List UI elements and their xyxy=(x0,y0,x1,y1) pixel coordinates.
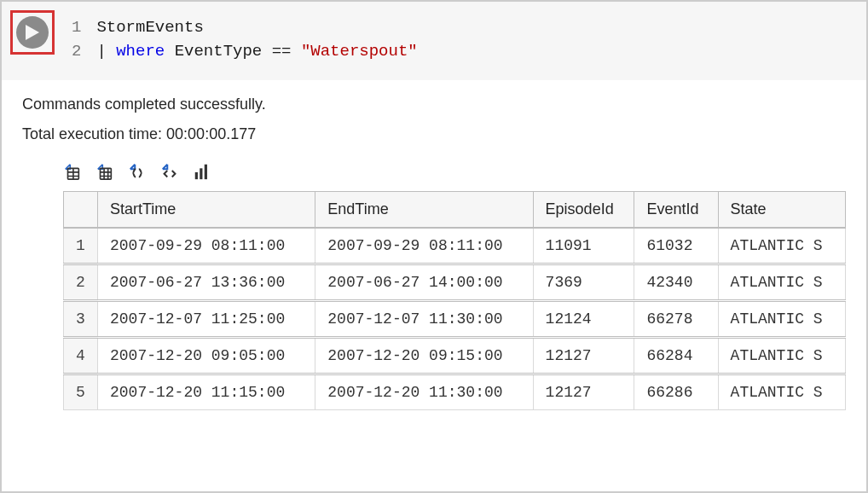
table-cell: 12124 xyxy=(533,301,634,338)
column-header[interactable]: EndTime xyxy=(315,192,533,229)
table-cell: 66284 xyxy=(634,338,718,374)
table-cell: ATLANTIC S xyxy=(718,374,845,410)
line-gutter: 1 2 xyxy=(72,15,81,63)
export-json-icon[interactable] xyxy=(128,162,147,181)
table-cell: 12127 xyxy=(533,374,634,410)
table-cell: ATLANTIC S xyxy=(718,301,845,338)
table-cell: 2007-12-20 09:05:00 xyxy=(98,338,315,374)
table-cell: 2007-12-07 11:30:00 xyxy=(315,301,533,338)
play-icon xyxy=(26,25,39,40)
status-message: Commands completed successfully. xyxy=(22,96,846,113)
results-pane: Commands completed successfully. Total e… xyxy=(2,80,866,419)
table-cell: 7369 xyxy=(533,264,634,301)
execution-time: Total execution time: 00:00:00.177 xyxy=(22,125,846,143)
chart-icon[interactable] xyxy=(193,162,211,181)
query-editor: 1 2 StormEvents | where EventType == "Wa… xyxy=(2,2,866,80)
table-cell: ATLANTIC S xyxy=(718,264,845,301)
table-row[interactable]: 52007-12-20 11:15:002007-12-20 11:30:001… xyxy=(64,374,846,410)
row-number: 2 xyxy=(64,264,98,301)
svg-rect-3 xyxy=(200,168,202,179)
code-line[interactable]: StormEvents xyxy=(96,15,417,39)
table-cell: 2007-09-29 08:11:00 xyxy=(98,228,315,264)
code-string: "Waterspout" xyxy=(301,42,418,61)
results-table: StartTime EndTime EpisodeId EventId Stat… xyxy=(63,191,846,410)
svg-rect-4 xyxy=(205,165,207,179)
run-button-highlight xyxy=(10,10,55,55)
table-cell: 66286 xyxy=(634,374,718,410)
table-cell: 42340 xyxy=(634,264,718,301)
table-cell: 2007-12-20 09:15:00 xyxy=(315,338,533,374)
code-line[interactable]: | where EventType == "Waterspout" xyxy=(96,39,417,63)
table-row[interactable]: 22007-06-27 13:36:002007-06-27 14:00:007… xyxy=(64,264,846,301)
line-number: 2 xyxy=(72,39,81,63)
line-number: 1 xyxy=(72,15,81,39)
code-keyword: where xyxy=(116,42,165,61)
rownum-header[interactable] xyxy=(64,192,98,229)
row-number: 3 xyxy=(64,301,98,338)
table-cell: 66278 xyxy=(634,301,718,338)
svg-rect-2 xyxy=(195,172,198,179)
code-area[interactable]: 1 2 StormEvents | where EventType == "Wa… xyxy=(72,10,418,63)
table-cell: 2007-06-27 14:00:00 xyxy=(315,264,533,301)
row-number: 5 xyxy=(64,374,98,410)
results-toolbar xyxy=(63,162,846,181)
row-number: 4 xyxy=(64,338,98,374)
run-button[interactable] xyxy=(16,16,49,49)
table-cell: 2007-06-27 13:36:00 xyxy=(98,264,315,301)
export-grid-icon[interactable] xyxy=(95,162,114,181)
row-number: 1 xyxy=(64,228,98,264)
code-token: StormEvents xyxy=(96,18,203,37)
table-cell: ATLANTIC S xyxy=(718,228,845,264)
table-cell: 2007-09-29 08:11:00 xyxy=(315,228,533,264)
column-header[interactable]: EpisodeId xyxy=(533,192,634,229)
table-cell: 2007-12-20 11:30:00 xyxy=(315,374,533,410)
code-lines[interactable]: StormEvents | where EventType == "Waters… xyxy=(96,15,417,63)
table-cell: ATLANTIC S xyxy=(718,338,845,374)
svg-rect-1 xyxy=(101,168,112,179)
code-token: EventType == xyxy=(165,42,301,61)
export-code-icon[interactable] xyxy=(160,162,179,181)
code-token: | xyxy=(96,42,116,61)
table-cell: 12127 xyxy=(533,338,634,374)
table-cell: 2007-12-07 11:25:00 xyxy=(98,301,315,338)
table-cell: 2007-12-20 11:15:00 xyxy=(98,374,315,410)
table-row[interactable]: 32007-12-07 11:25:002007-12-07 11:30:001… xyxy=(64,301,846,338)
column-header[interactable]: State xyxy=(718,192,845,229)
export-csv-icon[interactable] xyxy=(63,162,82,181)
table-header-row: StartTime EndTime EpisodeId EventId Stat… xyxy=(64,192,846,229)
column-header[interactable]: EventId xyxy=(634,192,718,229)
table-row[interactable]: 42007-12-20 09:05:002007-12-20 09:15:001… xyxy=(64,338,846,374)
column-header[interactable]: StartTime xyxy=(98,192,315,229)
table-row[interactable]: 12007-09-29 08:11:002007-09-29 08:11:001… xyxy=(64,228,846,264)
table-cell: 61032 xyxy=(634,228,718,264)
table-cell: 11091 xyxy=(533,228,634,264)
results-table-wrap: StartTime EndTime EpisodeId EventId Stat… xyxy=(63,191,846,410)
